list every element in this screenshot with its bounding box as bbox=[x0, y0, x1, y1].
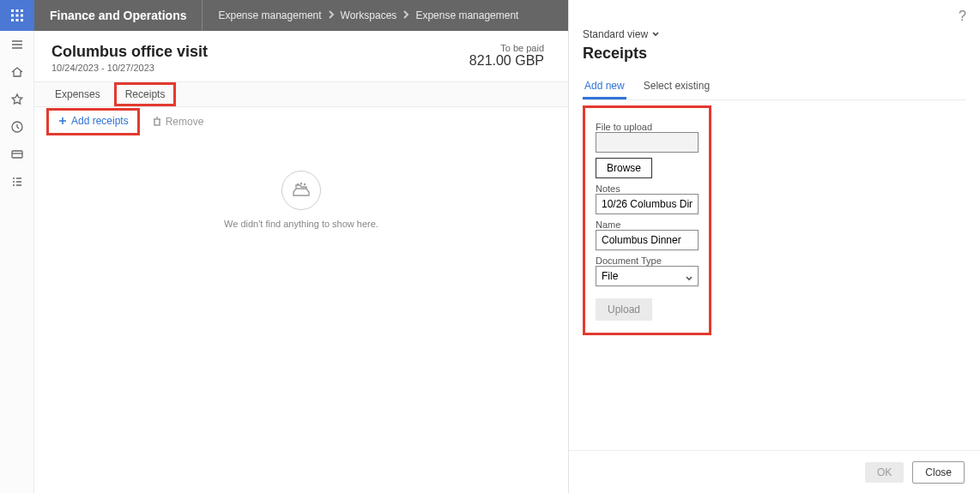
svg-rect-8 bbox=[21, 19, 23, 21]
view-selector[interactable]: Standard view bbox=[583, 28, 660, 40]
browse-button[interactable]: Browse bbox=[596, 158, 652, 178]
empty-state: We didn't find anything to show here. bbox=[34, 136, 568, 493]
chevron-right-icon bbox=[327, 9, 336, 21]
add-receipts-label: Add receipts bbox=[71, 115, 129, 127]
app-title: Finance and Operations bbox=[34, 0, 203, 31]
svg-rect-10 bbox=[12, 151, 22, 158]
file-label: File to upload bbox=[596, 122, 699, 132]
remove-label: Remove bbox=[166, 116, 204, 128]
view-label: Standard view bbox=[583, 28, 648, 40]
svg-rect-2 bbox=[21, 9, 23, 12]
list-icon[interactable] bbox=[0, 168, 34, 195]
svg-rect-3 bbox=[11, 15, 14, 17]
file-input[interactable] bbox=[596, 132, 699, 153]
name-input[interactable] bbox=[596, 230, 699, 250]
panel-title: Receipts bbox=[583, 45, 966, 63]
tabs-row: Expenses Receipts bbox=[34, 81, 568, 107]
ok-button[interactable]: OK bbox=[865, 462, 904, 483]
tab-receipts[interactable]: Receipts bbox=[114, 82, 177, 106]
add-receipts-button[interactable]: Add receipts bbox=[57, 115, 129, 127]
panel-footer: OK Close bbox=[569, 450, 980, 493]
amount-value: 821.00 GBP bbox=[469, 53, 544, 69]
breadcrumb-item[interactable]: Expense management bbox=[218, 9, 321, 21]
notes-label: Notes bbox=[596, 183, 699, 194]
svg-rect-0 bbox=[11, 9, 14, 12]
svg-rect-5 bbox=[21, 15, 23, 17]
chevron-right-icon bbox=[402, 9, 410, 21]
tab-expenses[interactable]: Expenses bbox=[46, 85, 109, 104]
upload-button[interactable]: Upload bbox=[596, 298, 652, 321]
top-bar: Finance and Operations Expense managemen… bbox=[34, 0, 568, 31]
name-label: Name bbox=[596, 219, 699, 230]
empty-folder-icon bbox=[281, 171, 321, 210]
app-launcher-icon[interactable] bbox=[0, 0, 34, 31]
panel-tab-select-existing[interactable]: Select existing bbox=[642, 75, 711, 99]
remove-button[interactable]: Remove bbox=[152, 116, 204, 128]
close-button[interactable]: Close bbox=[912, 461, 965, 484]
breadcrumb-item[interactable]: Workspaces bbox=[341, 9, 397, 21]
svg-point-13 bbox=[305, 184, 305, 185]
svg-rect-6 bbox=[11, 19, 14, 21]
card-icon[interactable] bbox=[0, 141, 34, 168]
panel-tab-add-new[interactable]: Add new bbox=[583, 75, 626, 99]
breadcrumb-item[interactable]: Expense management bbox=[415, 9, 518, 21]
amount-label: To be paid bbox=[469, 43, 544, 53]
recent-icon[interactable] bbox=[0, 113, 34, 141]
notes-input[interactable] bbox=[596, 194, 699, 214]
doctype-select[interactable]: File bbox=[596, 266, 699, 286]
empty-text: We didn't find anything to show here. bbox=[224, 219, 378, 229]
receipts-panel: ? Standard view Receipts Add new Select … bbox=[568, 0, 980, 493]
date-range: 10/24/2023 - 10/27/2023 bbox=[51, 63, 469, 73]
svg-rect-1 bbox=[15, 9, 18, 12]
page-header: Columbus office visit 10/24/2023 - 10/27… bbox=[34, 31, 568, 81]
doctype-label: Document Type bbox=[596, 256, 699, 266]
chevron-down-icon bbox=[651, 30, 660, 39]
page-title: Columbus office visit bbox=[51, 43, 469, 61]
home-icon[interactable] bbox=[0, 58, 34, 86]
breadcrumb: Expense management Workspaces Expense ma… bbox=[203, 9, 518, 21]
svg-point-12 bbox=[301, 183, 302, 184]
action-row: Add receipts Remove bbox=[34, 107, 568, 136]
left-nav-rail bbox=[0, 0, 34, 493]
star-icon[interactable] bbox=[0, 86, 34, 113]
hamburger-icon[interactable] bbox=[0, 31, 34, 58]
help-icon[interactable]: ? bbox=[959, 9, 966, 24]
panel-tabs: Add new Select existing bbox=[583, 75, 966, 100]
upload-form: File to upload Browse Notes Name Documen… bbox=[583, 105, 711, 335]
svg-rect-4 bbox=[15, 15, 18, 17]
svg-rect-7 bbox=[15, 19, 18, 21]
svg-point-11 bbox=[298, 184, 299, 185]
